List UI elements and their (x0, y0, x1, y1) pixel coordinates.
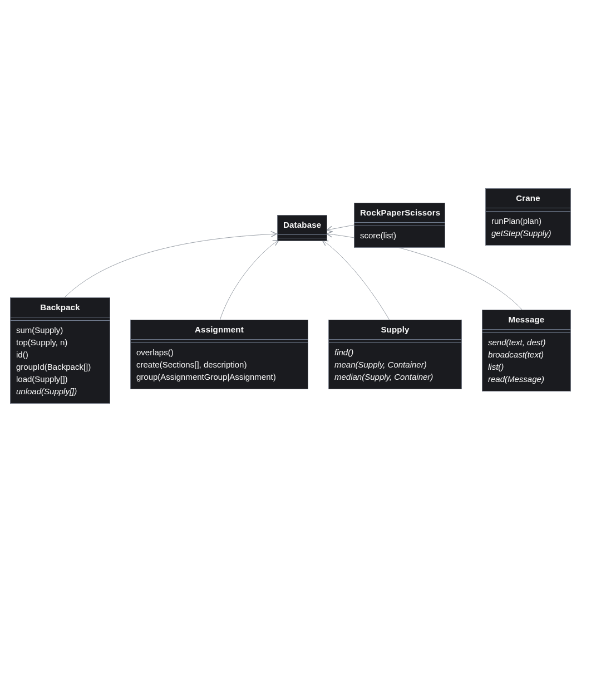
method: id() (16, 349, 104, 361)
class-methods: overlaps() create(Sections[], descriptio… (131, 343, 308, 389)
class-title: Message (482, 310, 570, 330)
method: runPlan(plan) (491, 215, 565, 227)
method: mean(Supply, Container) (334, 359, 456, 371)
method: create(Sections[], description) (136, 359, 302, 371)
class-title: Assignment (131, 320, 308, 340)
class-title: RockPaperScissors (354, 203, 445, 223)
method: score(list) (360, 229, 439, 242)
method: unload(Supply[]) (16, 385, 104, 398)
class-rock-paper-scissors: RockPaperScissors score(list) (354, 203, 445, 248)
class-backpack: Backpack sum(Supply) top(Supply, n) id()… (10, 297, 110, 404)
class-methods (278, 238, 327, 241)
class-methods: score(list) (354, 226, 445, 247)
method: read(Message) (488, 373, 565, 385)
method: find() (334, 346, 456, 359)
class-methods: send(text, dest) broadcast(text) list() … (482, 333, 570, 391)
class-message: Message send(text, dest) broadcast(text)… (482, 310, 571, 391)
method: group(AssignmentGroup|Assignment) (136, 371, 302, 383)
class-supply: Supply find() mean(Supply, Container) me… (328, 320, 462, 389)
class-assignment: Assignment overlaps() create(Sections[],… (130, 320, 308, 389)
class-title: Crane (486, 189, 570, 208)
class-methods: find() mean(Supply, Container) median(Su… (329, 343, 461, 389)
method: sum(Supply) (16, 324, 104, 336)
method: getStep(Supply) (491, 227, 565, 239)
method: load(Supply[]) (16, 373, 104, 385)
method: list() (488, 361, 565, 373)
class-title: Supply (329, 320, 461, 340)
class-crane: Crane runPlan(plan) getStep(Supply) (485, 188, 571, 246)
method: overlaps() (136, 346, 302, 359)
class-database: Database (277, 215, 327, 241)
method: groupId(Backpack[]) (16, 361, 104, 373)
method: top(Supply, n) (16, 336, 104, 349)
class-title: Backpack (11, 298, 110, 317)
method: median(Supply, Container) (334, 371, 456, 383)
class-title: Database (278, 216, 327, 235)
class-methods: sum(Supply) top(Supply, n) id() groupId(… (11, 321, 110, 403)
method: broadcast(text) (488, 349, 565, 361)
class-methods: runPlan(plan) getStep(Supply) (486, 212, 570, 245)
method: send(text, dest) (488, 336, 565, 349)
